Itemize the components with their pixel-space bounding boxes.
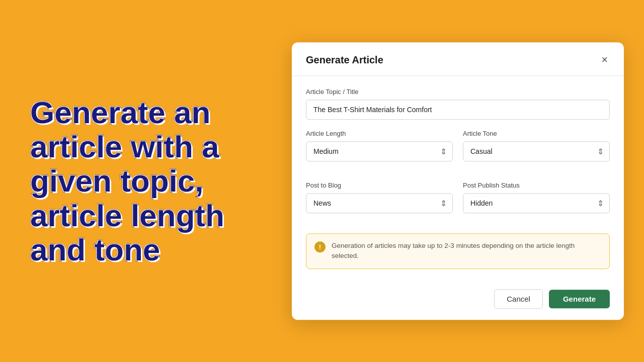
modal-overlay: Generate Article × Article Topic / Title… xyxy=(292,42,624,320)
blog-select-wrapper: News Blog Tech Lifestyle ⇕ xyxy=(306,193,453,213)
modal-footer: Cancel Generate xyxy=(292,281,624,320)
blog-label: Post to Blog xyxy=(306,182,453,189)
blog-status-row: Post to Blog News Blog Tech Lifestyle ⇕ … xyxy=(306,182,610,223)
modal-body: Article Topic / Title Article Length Sho… xyxy=(292,76,624,281)
blog-field-group: Post to Blog News Blog Tech Lifestyle ⇕ xyxy=(306,182,453,213)
topic-input[interactable] xyxy=(306,100,610,120)
generate-article-modal: Generate Article × Article Topic / Title… xyxy=(292,42,624,320)
status-label: Post Publish Status xyxy=(463,182,610,189)
generate-button[interactable]: Generate xyxy=(549,290,610,308)
blog-select[interactable]: News Blog Tech Lifestyle xyxy=(306,193,453,213)
length-select[interactable]: Short Medium Long xyxy=(306,141,453,161)
cancel-button[interactable]: Cancel xyxy=(494,289,543,309)
background-tagline: Generate an article with a given topic, … xyxy=(30,96,277,267)
length-field-group: Article Length Short Medium Long ⇕ xyxy=(306,130,453,161)
status-select-wrapper: Hidden Published Draft ⇕ xyxy=(463,193,610,213)
length-tone-row: Article Length Short Medium Long ⇕ Artic… xyxy=(306,130,610,171)
close-button[interactable]: × xyxy=(599,53,610,66)
info-box: ! Generation of articles may take up to … xyxy=(306,233,610,269)
tone-field-group: Article Tone Casual Formal Friendly Prof… xyxy=(463,130,610,161)
modal-header: Generate Article × xyxy=(292,42,624,76)
status-field-group: Post Publish Status Hidden Published Dra… xyxy=(463,182,610,213)
tone-select[interactable]: Casual Formal Friendly Professional xyxy=(463,141,610,161)
modal-title: Generate Article xyxy=(306,54,383,66)
topic-label: Article Topic / Title xyxy=(306,88,610,96)
tone-select-wrapper: Casual Formal Friendly Professional ⇕ xyxy=(463,141,610,161)
tone-label: Article Tone xyxy=(463,130,610,137)
status-select[interactable]: Hidden Published Draft xyxy=(463,193,610,213)
warning-icon: ! xyxy=(314,241,326,252)
topic-field-group: Article Topic / Title xyxy=(306,88,610,120)
length-label: Article Length xyxy=(306,130,453,137)
info-message: Generation of articles may take up to 2-… xyxy=(332,241,601,261)
length-select-wrapper: Short Medium Long ⇕ xyxy=(306,141,453,161)
